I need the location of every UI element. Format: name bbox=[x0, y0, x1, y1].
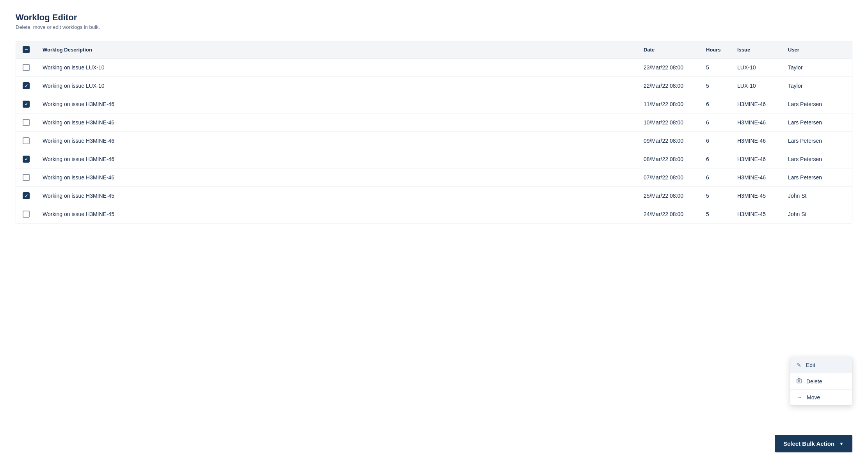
header-checkbox-container[interactable]: − bbox=[22, 46, 30, 53]
row-1-hours: 5 bbox=[700, 77, 731, 95]
row-7-checkbox[interactable]: ✓ bbox=[23, 192, 30, 199]
table-row: Working on issue H3MINE-4607/Mar/22 08:0… bbox=[16, 168, 852, 187]
menu-label-delete: Delete bbox=[806, 378, 822, 385]
row-4-checkbox[interactable] bbox=[23, 137, 30, 144]
row-0-hours: 5 bbox=[700, 58, 731, 77]
table-row: ✓Working on issue LUX-1022/Mar/22 08:005… bbox=[16, 77, 852, 95]
header-user: User bbox=[782, 41, 852, 58]
row-8-hours: 5 bbox=[700, 205, 731, 223]
header-row: − Worklog Description Date Hours Iss bbox=[16, 41, 852, 58]
row-2-hours: 6 bbox=[700, 95, 731, 113]
row-6-checkbox[interactable] bbox=[23, 174, 30, 181]
row-3-checkbox-cell bbox=[16, 113, 36, 132]
header-issue: Issue bbox=[731, 41, 782, 58]
row-8-date: 24/Mar/22 08:00 bbox=[637, 205, 700, 223]
table-row: Working on issue H3MINE-4609/Mar/22 08:0… bbox=[16, 132, 852, 150]
row-7-checkbox-cell: ✓ bbox=[16, 187, 36, 205]
table-row: ✓Working on issue H3MINE-4611/Mar/22 08:… bbox=[16, 95, 852, 113]
row-2-checkbox[interactable]: ✓ bbox=[23, 101, 30, 108]
header-description: Worklog Description bbox=[36, 41, 637, 58]
row-8-issue: H3MINE-45 bbox=[731, 205, 782, 223]
row-7-hours: 5 bbox=[700, 187, 731, 205]
bulk-action-area: Select Bulk Action ▼ bbox=[775, 435, 852, 452]
row-8-checkbox[interactable] bbox=[23, 211, 30, 218]
bulk-action-button[interactable]: Select Bulk Action ▼ bbox=[775, 435, 852, 452]
menu-label-move: Move bbox=[807, 394, 820, 401]
row-5-checkbox-container[interactable]: ✓ bbox=[22, 156, 30, 163]
row-2-issue: H3MINE-46 bbox=[731, 95, 782, 113]
table-row: Working on issue LUX-1023/Mar/22 08:005L… bbox=[16, 58, 852, 77]
row-0-checkbox-container[interactable] bbox=[22, 64, 30, 71]
table-row: ✓Working on issue H3MINE-4525/Mar/22 08:… bbox=[16, 187, 852, 205]
header-checkbox[interactable]: − bbox=[23, 46, 30, 53]
edit-icon: ✎ bbox=[797, 362, 801, 368]
row-7-description: Working on issue H3MINE-45 bbox=[36, 187, 637, 205]
row-1-checkbox[interactable]: ✓ bbox=[23, 82, 30, 89]
move-icon: → bbox=[797, 394, 802, 401]
menu-item-move[interactable]: → Move bbox=[790, 390, 852, 405]
row-7-checkbox-container[interactable]: ✓ bbox=[22, 192, 30, 199]
row-4-hours: 6 bbox=[700, 132, 731, 150]
row-1-user: Taylor bbox=[782, 77, 852, 95]
row-2-description: Working on issue H3MINE-46 bbox=[36, 95, 637, 113]
check-icon: ✓ bbox=[25, 194, 28, 198]
menu-item-delete[interactable]: Delete bbox=[790, 373, 852, 389]
menu-item-edit[interactable]: ✎ Edit bbox=[790, 357, 852, 373]
row-8-user: John St bbox=[782, 205, 852, 223]
row-1-date: 22/Mar/22 08:00 bbox=[637, 77, 700, 95]
row-8-checkbox-cell bbox=[16, 205, 36, 223]
row-6-hours: 6 bbox=[700, 168, 731, 187]
check-icon: ✓ bbox=[25, 84, 28, 88]
row-4-description: Working on issue H3MINE-46 bbox=[36, 132, 637, 150]
table-body: Working on issue LUX-1023/Mar/22 08:005L… bbox=[16, 58, 852, 223]
row-3-date: 10/Mar/22 08:00 bbox=[637, 113, 700, 132]
delete-icon bbox=[797, 378, 802, 385]
row-4-issue: H3MINE-46 bbox=[731, 132, 782, 150]
row-3-checkbox[interactable] bbox=[23, 119, 30, 126]
header-checkbox-cell: − bbox=[16, 41, 36, 58]
row-5-checkbox-cell: ✓ bbox=[16, 150, 36, 168]
row-2-date: 11/Mar/22 08:00 bbox=[637, 95, 700, 113]
worklog-table: − Worklog Description Date Hours Iss bbox=[16, 41, 852, 223]
table-header: − Worklog Description Date Hours Iss bbox=[16, 41, 852, 58]
row-7-issue: H3MINE-45 bbox=[731, 187, 782, 205]
row-2-checkbox-cell: ✓ bbox=[16, 95, 36, 113]
table-row: Working on issue H3MINE-4524/Mar/22 08:0… bbox=[16, 205, 852, 223]
row-6-checkbox-container[interactable] bbox=[22, 174, 30, 181]
row-3-user: Lars Petersen bbox=[782, 113, 852, 132]
page-title: Worklog Editor bbox=[16, 12, 852, 23]
page-container: Worklog Editor Delete, move or edit work… bbox=[0, 0, 868, 468]
row-3-checkbox-container[interactable] bbox=[22, 119, 30, 126]
row-0-checkbox[interactable] bbox=[23, 64, 30, 71]
row-5-issue: H3MINE-46 bbox=[731, 150, 782, 168]
row-6-issue: H3MINE-46 bbox=[731, 168, 782, 187]
row-5-date: 08/Mar/22 08:00 bbox=[637, 150, 700, 168]
bulk-action-label: Select Bulk Action bbox=[783, 440, 834, 447]
row-1-issue: LUX-10 bbox=[731, 77, 782, 95]
row-8-description: Working on issue H3MINE-45 bbox=[36, 205, 637, 223]
table-row: ✓Working on issue H3MINE-4608/Mar/22 08:… bbox=[16, 150, 852, 168]
row-5-hours: 6 bbox=[700, 150, 731, 168]
page-subtitle: Delete, move or edit worklogs in bulk. bbox=[16, 24, 852, 30]
row-1-checkbox-container[interactable]: ✓ bbox=[22, 82, 30, 89]
row-6-user: Lars Petersen bbox=[782, 168, 852, 187]
row-4-checkbox-container[interactable] bbox=[22, 137, 30, 144]
context-menu: ✎ Edit Delete → Move bbox=[790, 357, 852, 406]
worklog-table-wrapper: − Worklog Description Date Hours Iss bbox=[16, 41, 852, 223]
row-3-hours: 6 bbox=[700, 113, 731, 132]
check-icon: ✓ bbox=[25, 157, 28, 161]
row-0-user: Taylor bbox=[782, 58, 852, 77]
row-2-user: Lars Petersen bbox=[782, 95, 852, 113]
row-1-checkbox-cell: ✓ bbox=[16, 77, 36, 95]
row-6-checkbox-cell bbox=[16, 168, 36, 187]
row-5-checkbox[interactable]: ✓ bbox=[23, 156, 30, 163]
row-7-date: 25/Mar/22 08:00 bbox=[637, 187, 700, 205]
svg-rect-0 bbox=[797, 379, 801, 383]
row-5-description: Working on issue H3MINE-46 bbox=[36, 150, 637, 168]
row-1-description: Working on issue LUX-10 bbox=[36, 77, 637, 95]
dropdown-arrow-icon: ▼ bbox=[839, 441, 844, 447]
table-row: Working on issue H3MINE-4610/Mar/22 08:0… bbox=[16, 113, 852, 132]
row-8-checkbox-container[interactable] bbox=[22, 211, 30, 218]
row-4-date: 09/Mar/22 08:00 bbox=[637, 132, 700, 150]
row-2-checkbox-container[interactable]: ✓ bbox=[22, 101, 30, 108]
